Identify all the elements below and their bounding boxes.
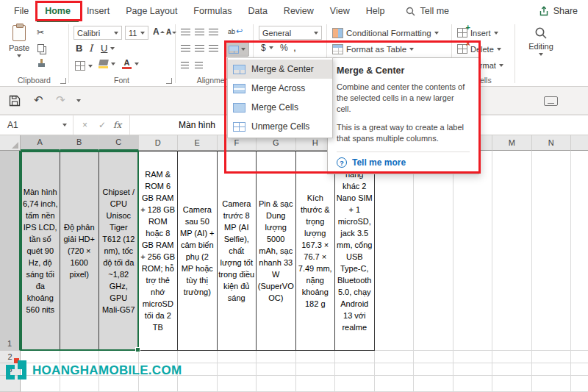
undo-button[interactable]: ↶ — [34, 93, 43, 107]
grid-cell[interactable] — [532, 151, 572, 351]
menu-item-merge-cells[interactable]: Merge Cells — [228, 98, 332, 117]
grid-cell[interactable] — [375, 363, 415, 376]
cut-button[interactable]: ✂ — [37, 27, 44, 38]
grid-cell[interactable] — [453, 363, 493, 376]
grid-cell[interactable] — [532, 351, 572, 363]
grid-cell[interactable] — [335, 376, 375, 392]
save-icon[interactable] — [9, 95, 21, 107]
redo-button[interactable]: ↷ — [56, 93, 65, 107]
customize-qat-button[interactable] — [76, 99, 81, 102]
align-left-button[interactable] — [181, 45, 190, 51]
grid-cell[interactable] — [375, 351, 415, 363]
share-button[interactable]: Share — [539, 6, 578, 16]
menu-item-merge-across[interactable]: Merge Across — [228, 79, 332, 98]
font-name-select[interactable]: Calibri — [74, 26, 122, 40]
grid-cell[interactable] — [492, 363, 532, 376]
tab-home[interactable]: Home — [37, 0, 79, 22]
grid-cell[interactable] — [453, 151, 493, 351]
decrease-indent-button[interactable] — [181, 62, 189, 68]
borders-button[interactable] — [75, 61, 93, 71]
font-dialog-launcher[interactable] — [166, 78, 172, 84]
accounting-format-button[interactable]: $ — [261, 43, 273, 53]
tab-view[interactable]: View — [322, 0, 358, 22]
paste-button[interactable]: Paste — [4, 25, 34, 57]
grid-cell[interactable] — [453, 351, 493, 363]
font-color-button[interactable]: A — [122, 59, 139, 69]
align-center-button[interactable] — [195, 45, 204, 51]
column-header-E[interactable]: E — [178, 135, 218, 151]
tab-review[interactable]: Review — [276, 0, 322, 22]
copy-button[interactable] — [37, 44, 44, 52]
enter-button[interactable]: ✓ — [98, 115, 106, 135]
tab-data[interactable]: Data — [240, 0, 275, 22]
fill-color-button[interactable] — [98, 60, 115, 68]
grid-cell[interactable] — [414, 376, 453, 392]
underline-button[interactable]: U — [101, 43, 115, 54]
grow-font-button[interactable]: A — [153, 28, 165, 35]
align-middle-button[interactable] — [195, 29, 204, 35]
align-right-button[interactable] — [209, 45, 218, 51]
select-all-button[interactable] — [0, 135, 21, 151]
cell-H1[interactable]: Kích thước & trọng lượng 167.3 × 76.7 × … — [296, 151, 336, 351]
column-header-C[interactable]: C — [99, 135, 139, 151]
column-header-A[interactable]: A — [21, 135, 60, 151]
column-header-D[interactable]: D — [139, 135, 179, 151]
percent-style-button[interactable]: % — [280, 43, 288, 53]
cell-F1[interactable]: Camera trước 8 MP (AI Selfie), chất lượn… — [218, 151, 257, 351]
format-as-table-button[interactable]: Format as Table — [332, 44, 414, 54]
merge-center-button[interactable] — [225, 42, 249, 57]
grid-cell[interactable] — [335, 363, 375, 376]
grid-cell[interactable] — [218, 376, 257, 392]
grid-cell[interactable] — [492, 376, 532, 392]
grid-cell[interactable] — [178, 363, 218, 376]
cell-C1[interactable]: Chipset / CPU Unisoc Tiger T612 (12 nm),… — [99, 151, 139, 351]
grid-cell[interactable] — [218, 351, 257, 363]
grid-cell[interactable] — [257, 363, 296, 376]
editing-button[interactable]: Editing — [522, 26, 560, 56]
number-format-select[interactable]: General — [259, 26, 322, 40]
conditional-formatting-button[interactable]: Conditional Formatting — [332, 28, 439, 38]
grid-cell[interactable] — [414, 351, 453, 363]
font-size-select[interactable]: 11 — [125, 26, 148, 40]
insert-cells-button[interactable]: Insert — [457, 28, 498, 38]
name-box[interactable]: A1 — [0, 115, 74, 135]
shrink-font-button[interactable]: A — [166, 29, 176, 36]
bold-button[interactable]: B — [76, 43, 82, 54]
insert-function-button[interactable]: fx — [113, 115, 121, 135]
grid-cell[interactable] — [532, 376, 572, 392]
grid-cell[interactable] — [296, 351, 336, 363]
clipboard-dialog-launcher[interactable] — [60, 78, 66, 84]
cancel-button[interactable]: × — [82, 115, 87, 135]
grid-cell[interactable] — [375, 151, 415, 351]
increase-indent-button[interactable] — [195, 62, 203, 68]
grid-cell[interactable] — [414, 363, 453, 376]
align-top-button[interactable] — [181, 29, 190, 35]
align-bottom-button[interactable] — [209, 29, 218, 35]
cell-A1[interactable]: Màn hình 6,74 inch, tấm nền IPS LCD, tần… — [21, 151, 60, 351]
wrap-text-button[interactable]: ab↩ — [228, 26, 243, 36]
grid-cell[interactable] — [257, 376, 296, 392]
grid-cell[interactable] — [532, 363, 572, 376]
column-header-M[interactable]: M — [492, 135, 532, 151]
grid-cell[interactable] — [178, 376, 218, 392]
grid-cell[interactable] — [375, 376, 415, 392]
display-options-icon[interactable] — [544, 96, 558, 106]
tab-formulas[interactable]: Formulas — [185, 0, 240, 22]
grid-cell[interactable] — [453, 376, 493, 392]
grid-cell[interactable] — [492, 151, 532, 351]
grid-cell[interactable] — [296, 363, 336, 376]
grid-cell[interactable] — [178, 351, 218, 363]
menu-item-merge-center[interactable]: Merge & Center — [228, 60, 332, 79]
grid-cell[interactable] — [335, 351, 375, 363]
grid-cell[interactable] — [218, 363, 257, 376]
cell-D1[interactable]: RAM & ROM 6 GB RAM + 128 GB ROM hoặc 8 G… — [139, 151, 179, 351]
italic-button[interactable]: I — [89, 43, 93, 54]
tell-me-more-link[interactable]: ? Tell me more — [337, 152, 470, 168]
tab-page-layout[interactable]: Page Layout — [118, 0, 185, 22]
tell-me-button[interactable]: Tell me — [406, 6, 449, 16]
row-header-1[interactable]: 1 — [0, 151, 21, 351]
cell-B1[interactable]: Độ phân giải HD+ (720 × 1600 pixel) — [60, 151, 100, 351]
format-painter-button[interactable] — [37, 59, 46, 68]
grid-cell[interactable] — [414, 151, 453, 351]
tab-insert[interactable]: Insert — [79, 0, 118, 22]
